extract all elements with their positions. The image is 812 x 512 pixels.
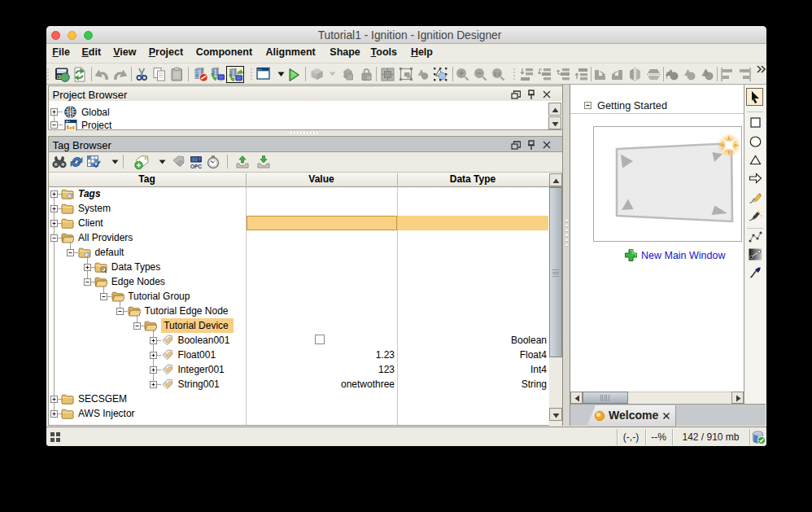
svg-text:1:1: 1:1 <box>494 72 501 77</box>
svg-text:OPC: OPC <box>190 164 202 169</box>
